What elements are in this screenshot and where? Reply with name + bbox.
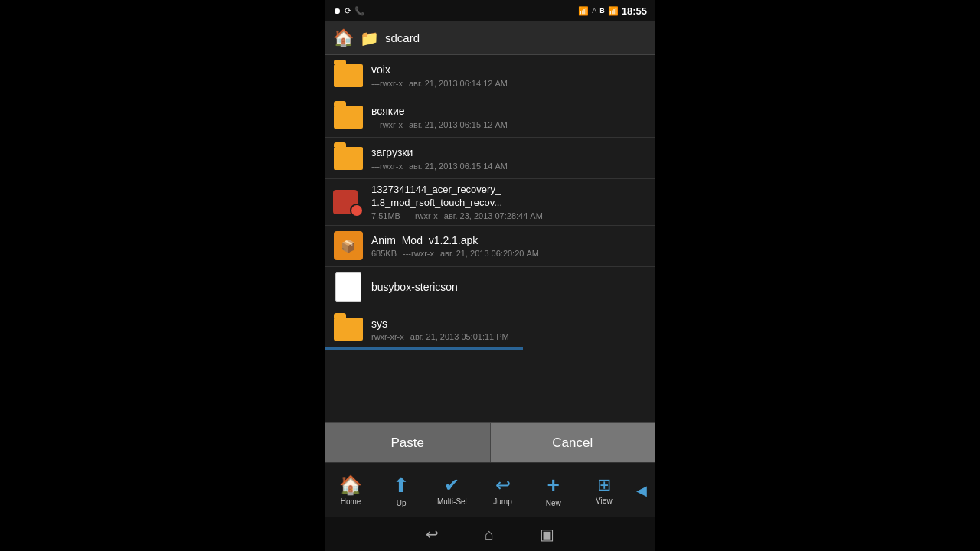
call-icon: 📞 — [354, 6, 365, 16]
date: авг. 21, 2013 06:20:20 AM — [440, 249, 539, 258]
action-buttons: Paste Cancel — [325, 422, 655, 462]
sys-nav: ↩ ⌂ ▣ — [325, 517, 655, 551]
permissions: ---rwxr-x — [403, 249, 434, 258]
back-nav-icon: ◀ — [636, 482, 647, 499]
file-name: всякие — [371, 104, 647, 118]
record-icon: ⏺ — [333, 6, 341, 15]
date: авг. 21, 2013 06:15:14 AM — [409, 161, 508, 171]
jump-nav-icon: ↩ — [495, 474, 511, 496]
file-icon — [333, 272, 364, 302]
signal-b2-icon: B — [599, 7, 605, 15]
paste-button[interactable]: Paste — [325, 423, 491, 462]
recovery-file-icon — [333, 187, 364, 217]
file-meta: ---rwxr-x авг. 21, 2013 06:15:12 AM — [371, 120, 647, 129]
home-button[interactable]: ⌂ — [485, 526, 494, 543]
recent-button[interactable]: ▣ — [540, 525, 554, 543]
sync-icon: ⟳ — [345, 6, 351, 16]
file-meta: 7,51MB ---rwxr-x авг. 23, 2013 07:28:44 … — [371, 211, 647, 220]
file-name: 1327341144_acer_recovery_1.8_mod_rsoft_t… — [371, 184, 647, 210]
current-path: sdcard — [385, 31, 420, 44]
file-list: voix ---rwxr-x авг. 21, 2013 06:14:12 AM… — [325, 55, 655, 422]
date: авг. 21, 2013 06:15:12 AM — [409, 120, 508, 129]
signal-icon: 📶 — [608, 6, 619, 16]
file-name: voix — [371, 63, 647, 77]
home-nav-icon: 🏠 — [339, 474, 362, 496]
home-path-icon: 🏠 — [333, 28, 354, 48]
list-item[interactable]: всякие ---rwxr-x авг. 21, 2013 06:15:12 … — [325, 96, 655, 138]
folder-icon — [333, 102, 364, 132]
permissions: rwxr-xr-x — [371, 332, 404, 341]
file-name: Anim_Mod_v1.2.1.apk — [371, 233, 647, 247]
phone-screen: ⏺ ⟳ 📞 📶 A B 📶 18:55 🏠 📁 sdcard voix — [325, 0, 655, 551]
file-info: busybox-stericson — [371, 280, 647, 294]
nav-up-label: Up — [397, 499, 407, 507]
file-info: всякие ---rwxr-x авг. 21, 2013 06:15:12 … — [371, 104, 647, 129]
folder-icon — [333, 60, 364, 91]
list-item[interactable]: 📦 Anim_Mod_v1.2.1.apk 685KB ---rwxr-x ав… — [325, 226, 655, 267]
sdcard-folder-icon: 📁 — [360, 29, 379, 47]
file-info: voix ---rwxr-x авг. 21, 2013 06:14:12 AM — [371, 63, 647, 87]
multisel-nav-icon: ✔ — [444, 474, 459, 496]
list-item[interactable]: busybox-stericson — [325, 267, 655, 308]
date: авг. 23, 2013 07:28:44 AM — [444, 211, 543, 220]
file-meta: ---rwxr-x авг. 21, 2013 06:15:14 AM — [371, 161, 647, 171]
nav-new[interactable]: + New — [528, 473, 579, 507]
list-item[interactable]: загрузки ---rwxr-x авг. 21, 2013 06:15:1… — [325, 138, 655, 179]
wifi-icon: 📶 — [578, 6, 589, 16]
up-nav-icon: ⬆ — [393, 474, 410, 497]
file-meta: ---rwxr-x авг. 21, 2013 06:14:12 AM — [371, 79, 647, 88]
file-meta: 685KB ---rwxr-x авг. 21, 2013 06:20:20 A… — [371, 249, 647, 258]
date: авг. 21, 2013 05:01:11 PM — [410, 332, 509, 341]
permissions: ---rwxr-x — [371, 79, 403, 88]
date: авг. 21, 2013 06:14:12 AM — [409, 79, 508, 88]
file-meta: rwxr-xr-x авг. 21, 2013 05:01:11 PM — [371, 332, 647, 341]
file-info: загрузки ---rwxr-x авг. 21, 2013 06:15:1… — [371, 145, 647, 170]
nav-jump[interactable]: ↩ Jump — [477, 474, 528, 506]
apk-file-icon: 📦 — [333, 230, 364, 261]
status-time: 18:55 — [622, 5, 647, 17]
file-info: 1327341144_acer_recovery_1.8_mod_rsoft_t… — [371, 184, 647, 220]
nav-home-label: Home — [341, 497, 361, 506]
cancel-button[interactable]: Cancel — [491, 423, 655, 462]
nav-new-label: New — [546, 499, 561, 507]
permissions: ---rwxr-x — [371, 161, 403, 171]
nav-home[interactable]: 🏠 Home — [325, 474, 376, 506]
permissions: ---rwxr-x — [371, 120, 403, 129]
nav-view[interactable]: ⊞ View — [579, 475, 629, 505]
folder-icon — [333, 314, 364, 344]
file-info: sys rwxr-xr-x авг. 21, 2013 05:01:11 PM — [371, 317, 647, 341]
nav-jump-label: Jump — [493, 497, 511, 506]
size: 685KB — [371, 249, 397, 258]
list-item[interactable]: sys rwxr-xr-x авг. 21, 2013 05:01:11 PM — [325, 308, 655, 350]
back-button[interactable]: ↩ — [426, 525, 439, 543]
permissions: ---rwxr-x — [407, 211, 438, 220]
path-bar[interactable]: 🏠 📁 sdcard — [325, 21, 655, 55]
nav-up[interactable]: ⬆ Up — [376, 474, 426, 507]
size: 7,51MB — [371, 211, 400, 220]
new-nav-icon: + — [547, 473, 560, 497]
nav-multisel[interactable]: ✔ Multi-Sel — [426, 474, 477, 506]
file-name: загрузки — [371, 145, 647, 159]
view-nav-icon: ⊞ — [597, 475, 611, 495]
list-item[interactable]: 1327341144_acer_recovery_1.8_mod_rsoft_t… — [325, 179, 655, 226]
scroll-indicator — [325, 347, 523, 350]
status-bar: ⏺ ⟳ 📞 📶 A B 📶 18:55 — [325, 0, 655, 21]
signal-b1-icon: A — [592, 7, 596, 15]
file-name: busybox-stericson — [371, 280, 647, 294]
folder-icon — [333, 143, 364, 174]
bottom-nav: 🏠 Home ⬆ Up ✔ Multi-Sel ↩ Jump + New ⊞ V… — [325, 462, 655, 517]
nav-multisel-label: Multi-Sel — [437, 497, 467, 506]
nav-back-arrow[interactable]: ◀ — [629, 482, 655, 499]
nav-view-label: View — [596, 497, 612, 505]
file-name: sys — [371, 317, 647, 331]
list-item[interactable]: voix ---rwxr-x авг. 21, 2013 06:14:12 AM — [325, 55, 655, 96]
file-info: Anim_Mod_v1.2.1.apk 685KB ---rwxr-x авг.… — [371, 233, 647, 258]
